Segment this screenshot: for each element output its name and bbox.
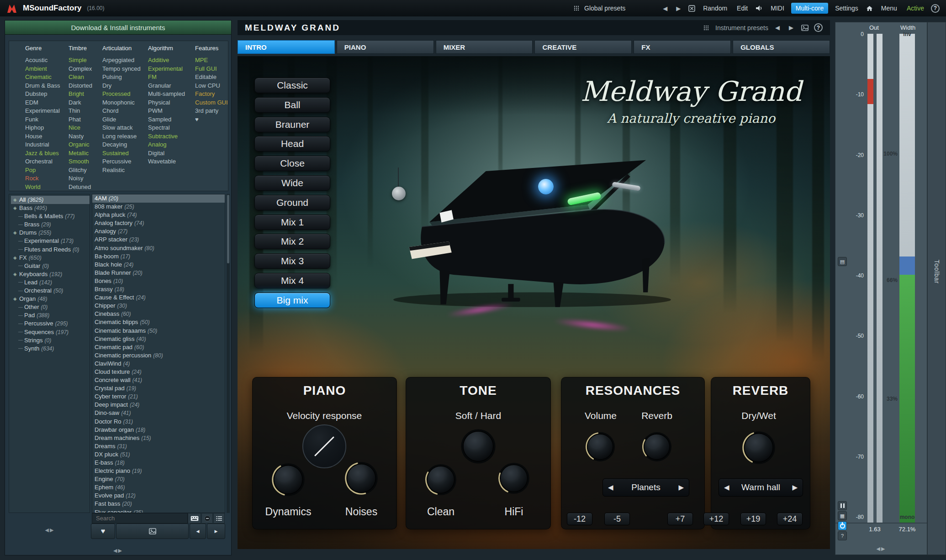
prev-arrow-icon[interactable]: ◀ — [719, 483, 735, 492]
width-meter[interactable] — [899, 34, 915, 523]
next-preset-icon[interactable]: ▶ — [787, 23, 796, 32]
filter-nice[interactable]: Nice — [69, 124, 102, 132]
filter-realistic[interactable]: Realistic — [102, 166, 148, 175]
category-guitar[interactable]: Guitar(0) — [11, 262, 90, 270]
filter-arpeggiated[interactable]: Arpeggiated — [102, 56, 148, 65]
instrument-arp-stacker[interactable]: ARP stacker(23) — [92, 236, 225, 244]
collapse-minus-icon[interactable] — [201, 513, 213, 523]
tab-mixer[interactable]: MIXER — [436, 40, 533, 54]
instrument-cinematic-pad[interactable]: Cinematic pad(60) — [92, 343, 225, 351]
instrument-flux-capacitor[interactable]: Flux capacitor(35) — [92, 508, 225, 513]
filter-detuned[interactable]: Detuned — [69, 183, 102, 192]
category-all[interactable]: ◈All(3625) — [11, 196, 90, 204]
instrument-electric-piano[interactable]: Electric piano(19) — [92, 467, 225, 475]
category-synth[interactable]: Synth(634) — [11, 345, 90, 353]
filter-factory[interactable]: Factory — [195, 90, 228, 99]
filter-metallic[interactable]: Metallic — [69, 149, 102, 158]
instrument-concrete-wall[interactable]: Concrete wall(41) — [92, 376, 225, 384]
scrollbar-thumb[interactable] — [227, 195, 229, 263]
instrument-ephem[interactable]: Ephem(46) — [92, 483, 225, 492]
prev-instrument-button[interactable]: ◀ — [190, 523, 206, 539]
category-pad[interactable]: Pad(388) — [11, 311, 90, 319]
filter-glide[interactable]: Glide — [102, 115, 148, 124]
instrument-evolve-pad[interactable]: Evolve pad(12) — [92, 492, 225, 500]
filter-monophonic[interactable]: Monophonic — [102, 99, 148, 107]
virtual-keyboard-icon[interactable] — [188, 513, 201, 523]
instrument-claviwind[interactable]: ClaviWind(4) — [92, 360, 225, 368]
instrument-ba-boom[interactable]: Ba-boom(17) — [92, 252, 225, 261]
category-keyboards[interactable]: ◈Keyboards(192) — [11, 270, 90, 278]
filter-world[interactable]: World — [25, 183, 69, 192]
filter-low-cpu[interactable]: Low CPU — [195, 82, 228, 90]
preset-mix-3[interactable]: Mix 3 — [254, 253, 330, 269]
tab-creative[interactable]: CREATIVE — [534, 40, 632, 54]
filter-wavetable[interactable]: Wavetable — [148, 157, 195, 166]
filter-rock[interactable]: Rock — [25, 174, 69, 183]
tab-piano[interactable]: PIANO — [337, 40, 434, 54]
filter-subtractive[interactable]: Subtractive — [148, 132, 195, 141]
speaker-icon[interactable] — [755, 4, 764, 13]
preset-big-mix[interactable]: Big mix — [254, 293, 330, 308]
tab-intro[interactable]: INTRO — [238, 40, 335, 54]
prev-preset-icon[interactable]: ◀ — [773, 23, 782, 32]
pause-icon[interactable] — [838, 501, 847, 510]
filter-ambient[interactable]: Ambient — [25, 65, 69, 73]
offset-button-7[interactable]: +7 — [667, 513, 693, 525]
filter-sampled[interactable]: Sampled — [148, 115, 195, 124]
list-view-icon[interactable] — [213, 513, 225, 523]
category-brass[interactable]: Brass(29) — [11, 220, 90, 229]
image-icon[interactable] — [800, 23, 809, 32]
filter-cinematic[interactable]: Cinematic — [25, 73, 69, 82]
instrument-e-bass[interactable]: E-bass(18) — [92, 459, 225, 467]
help-icon[interactable]: ? — [838, 531, 847, 540]
download-install-button[interactable]: Download & Install instruments — [5, 21, 231, 35]
reverb-type-selector[interactable]: ◀ Warm hall ▶ — [719, 478, 803, 497]
instrument-alpha-pluck[interactable]: Alpha pluck(74) — [92, 211, 225, 219]
tab-globals[interactable]: GLOBALS — [733, 40, 830, 54]
close-box-icon[interactable] — [687, 4, 696, 13]
instrument-engine[interactable]: Engine(70) — [92, 475, 225, 483]
power-icon[interactable] — [838, 521, 847, 530]
active-toggle[interactable]: Active — [904, 3, 927, 13]
velocity-response-display[interactable] — [301, 424, 347, 469]
filter-industrial[interactable]: Industrial — [25, 141, 69, 149]
filter-hiphop[interactable]: Hiphop — [25, 124, 69, 132]
filter-slow-attack[interactable]: Slow attack — [102, 124, 148, 132]
next-arrow-icon[interactable]: ▶ — [787, 483, 803, 492]
resonance-volume-knob[interactable] — [585, 431, 616, 462]
global-presets-button[interactable]: Global presets — [572, 0, 625, 16]
help-icon[interactable]: ? — [931, 4, 940, 13]
instrument-4am[interactable]: 4AM(20) — [92, 194, 225, 203]
instrument-crystal-pad[interactable]: Crystal pad(19) — [92, 384, 225, 393]
offset-button-19[interactable]: +19 — [740, 513, 766, 525]
filter-clean[interactable]: Clean — [69, 73, 102, 82]
filter-nasty[interactable]: Nasty — [69, 132, 102, 141]
next-instrument-button[interactable]: ▶ — [207, 523, 225, 539]
filter-glitchy[interactable]: Glitchy — [69, 166, 102, 175]
favorite-heart-button[interactable]: ♥ — [91, 523, 115, 539]
filter-simple[interactable]: Simple — [69, 56, 102, 65]
preset-mix-1[interactable]: Mix 1 — [254, 215, 330, 230]
preset-wide[interactable]: Wide — [254, 175, 330, 191]
filter-additive[interactable]: Additive — [148, 56, 195, 65]
category-lead[interactable]: Lead(142) — [11, 278, 90, 287]
clean-knob[interactable] — [424, 463, 457, 496]
instrument-chipper[interactable]: Chipper(30) — [92, 302, 225, 310]
filter-long-release[interactable]: Long release — [102, 132, 148, 141]
filter-smooth[interactable]: Smooth — [69, 157, 102, 166]
filter-spectral[interactable]: Spectral — [148, 124, 195, 132]
instrument-brassy[interactable]: Brassy(18) — [92, 285, 225, 293]
prev-arrow-icon[interactable]: ◀ — [661, 4, 670, 13]
menu-button[interactable]: Menu — [878, 3, 900, 13]
dry-wet-knob[interactable] — [741, 430, 776, 465]
instrument-doctor-ro[interactable]: Doctor Ro(31) — [92, 418, 225, 426]
category-percussive[interactable]: Percussive(295) — [11, 319, 90, 328]
home-icon[interactable] — [865, 4, 874, 13]
instrument-dx-pluck[interactable]: DX pluck(51) — [92, 450, 225, 459]
category-orchestral[interactable]: Orchestral(50) — [11, 287, 90, 295]
category-bells-mallets[interactable]: Bells & Mallets(77) — [11, 212, 90, 220]
filter-analog[interactable]: Analog — [148, 141, 195, 149]
filter-complex[interactable]: Complex — [69, 65, 102, 73]
filter-tempo-synced[interactable]: Tempo synced — [102, 65, 148, 73]
instrument-cinematic-braaams[interactable]: Cinematic braaams(50) — [92, 327, 225, 335]
